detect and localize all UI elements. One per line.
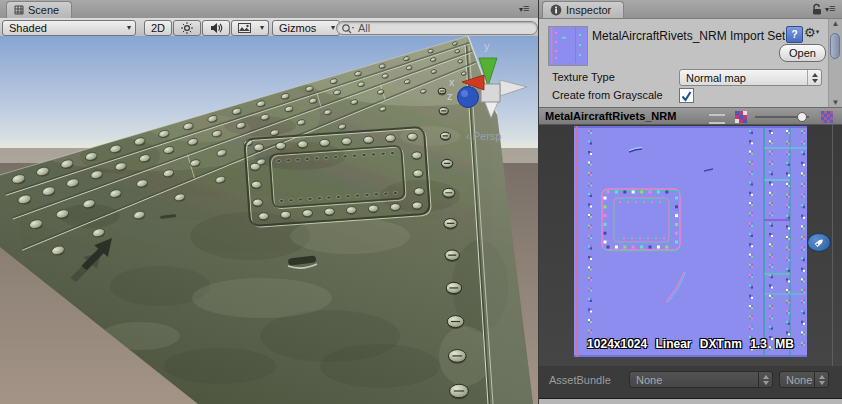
scene-tabstrip: Scene ▾≡ xyxy=(0,0,538,19)
dropdown-stepper-icon xyxy=(814,372,828,387)
scene-search-field[interactable]: All xyxy=(336,21,538,35)
projection-mode-label[interactable]: ‹ Persp xyxy=(466,130,501,142)
rgb-channels-icon[interactable] xyxy=(735,111,747,123)
z-axis-sphere[interactable] xyxy=(458,87,479,108)
effects-dropdown[interactable]: ▾ xyxy=(256,20,269,36)
persp-chevron: ‹ xyxy=(466,130,473,142)
assetbundle-variant-dropdown[interactable]: None xyxy=(779,371,829,388)
preview-title: MetalAircraftRivets_NRM xyxy=(545,110,703,122)
chevron-down-icon: ▾ xyxy=(331,24,335,32)
asset-labels-button[interactable] xyxy=(807,233,831,252)
scene-toolbar: Shaded ▾ 2D xyxy=(0,18,538,37)
sun-icon xyxy=(181,22,193,34)
inspector-tabstrip: Inspector ▾≡ xyxy=(539,0,842,19)
search-value: All xyxy=(358,23,370,34)
lock-icon[interactable] xyxy=(811,3,823,15)
scroll-up-icon[interactable]: ▲ xyxy=(829,19,842,29)
gear-icon[interactable]: ⚙▾ xyxy=(804,25,819,41)
grayscale-checkbox[interactable] xyxy=(679,88,694,103)
axis-z-label: z xyxy=(447,90,453,102)
axis-x-label: x xyxy=(449,76,455,88)
shading-mode-label: Shaded xyxy=(9,22,47,34)
tab-inspector[interactable]: Inspector xyxy=(542,1,624,18)
inspector-scrollbar[interactable]: ▲ ▼ xyxy=(828,19,842,108)
texture-preview-area[interactable]: 1024x1024 Linear DXTnm 1.3 MB xyxy=(539,125,842,366)
inspector-tab-label: Inspector xyxy=(566,4,611,16)
gizmos-label: Gizmos xyxy=(279,22,316,34)
asset-thumbnail[interactable] xyxy=(548,26,588,66)
scene-tab-label: Scene xyxy=(28,4,59,16)
texture-type-value: Normal map xyxy=(686,72,746,84)
effects-toggle-button[interactable] xyxy=(231,20,258,36)
axis-y-label: y xyxy=(484,40,490,52)
normal-map-preview xyxy=(574,126,807,357)
dropdown-stepper-icon xyxy=(758,372,772,387)
toggle-2d-label: 2D xyxy=(151,22,165,34)
info-icon xyxy=(550,4,562,16)
inspector-window-menu-icon[interactable]: ▾≡ xyxy=(825,2,835,15)
tab-scene[interactable]: Scene xyxy=(6,1,72,18)
scene-viewport[interactable]: y x z ‹ Persp xyxy=(0,36,538,404)
inspector-pane: Inspector ▾≡ MetalAircraftRivets_NRM Imp… xyxy=(538,0,842,404)
assetbundle-variant-value: None xyxy=(786,374,812,386)
open-button-label: Open xyxy=(789,47,816,59)
scene-window-menu-icon[interactable]: ▾≡ xyxy=(519,2,529,15)
assetbundle-row: AssetBundle None None xyxy=(539,366,842,398)
assetbundle-value: None xyxy=(636,374,662,386)
assetbundle-label: AssetBundle xyxy=(549,374,611,386)
preview-groove xyxy=(832,125,833,366)
alpha-checker-icon[interactable] xyxy=(821,111,833,123)
chevron-down-icon: ▾ xyxy=(127,24,131,32)
scrollbar-thumb[interactable] xyxy=(830,33,840,59)
preview-header[interactable]: MetalAircraftRivets_NRM xyxy=(539,107,842,125)
tag-icon xyxy=(813,236,826,249)
assetbundle-dropdown[interactable]: None xyxy=(629,371,773,388)
shading-mode-dropdown[interactable]: Shaded ▾ xyxy=(2,20,136,36)
scene-pane: Scene ▾≡ Shaded ▾ 2D xyxy=(0,0,538,404)
texture-info-text: 1024x1024 Linear DXTnm 1.3 MB xyxy=(574,337,807,351)
grid-icon xyxy=(14,5,24,15)
toggle-2d-button[interactable]: 2D xyxy=(144,20,172,36)
checkmark-icon xyxy=(680,90,693,103)
audio-toggle-button[interactable] xyxy=(202,20,230,36)
grayscale-label: Create from Grayscale xyxy=(552,89,678,101)
slider-knob[interactable] xyxy=(798,113,807,122)
mip-level-slider[interactable] xyxy=(753,111,811,123)
lighting-toggle-button[interactable] xyxy=(173,20,201,36)
texture-type-dropdown[interactable]: Normal map xyxy=(679,69,822,86)
image-icon xyxy=(238,23,251,33)
texture-type-label: Texture Type xyxy=(552,71,615,83)
speaker-icon xyxy=(210,22,223,34)
unity-editor-window: Scene ▾≡ Shaded ▾ 2D xyxy=(0,0,842,404)
z-sphere-highlight xyxy=(461,90,468,97)
import-settings-title: MetalAircraftRivets_NRM Import Settings xyxy=(592,29,785,44)
inspector-bottom-edge xyxy=(539,398,842,404)
search-icon xyxy=(341,23,356,34)
help-icon[interactable]: ? xyxy=(786,26,803,43)
chevron-down-icon: ▾ xyxy=(260,24,264,32)
open-button[interactable]: Open xyxy=(779,44,826,62)
dropdown-stepper-icon xyxy=(807,70,821,85)
preview-drag-handle[interactable] xyxy=(709,114,725,124)
gizmos-dropdown[interactable]: Gizmos ▾ xyxy=(272,20,340,36)
